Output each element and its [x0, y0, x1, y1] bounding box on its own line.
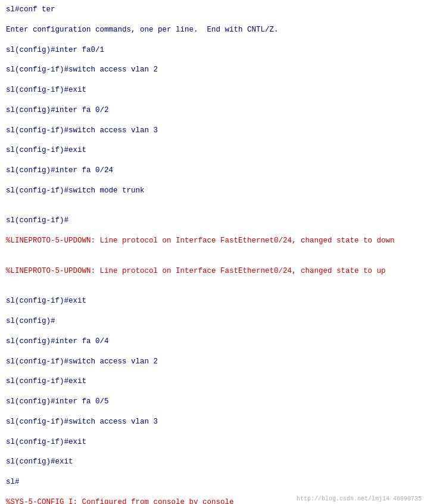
terminal-line: sl(config-if)#exit	[6, 377, 418, 387]
terminal-line: sl(config-if)#exit	[6, 85, 418, 95]
terminal-line: sl(config-if)#exit	[6, 296, 418, 306]
terminal-line: %LINEPROTO-5-UPDOWN: Line protocol on In…	[6, 236, 418, 246]
terminal-line: sl(config)#exit	[6, 457, 418, 467]
terminal-line: sl(config)#	[6, 316, 418, 326]
terminal-line: sl(config-if)#switch access vlan 2	[6, 65, 418, 75]
terminal-line: sl#	[6, 477, 418, 487]
terminal-line: sl#conf ter	[6, 5, 418, 15]
terminal-line: %LINEPROTO-5-UPDOWN: Line protocol on In…	[6, 266, 418, 276]
terminal-line: sl(config-if)#switch access vlan 2	[6, 357, 418, 367]
watermark: http://blog.csdn.net/lmj14 46090735	[297, 495, 422, 503]
terminal-line: sl(config)#inter fa 0/4	[6, 337, 418, 347]
terminal-line: sl(config-if)#exit	[6, 437, 418, 447]
terminal-line: sl(config-if)#exit	[6, 145, 418, 155]
terminal-line: sl(config)#inter fa0/1	[6, 45, 418, 55]
terminal-output: sl#conf terEnter configuration commands,…	[6, 5, 418, 504]
terminal-line: sl(config)#inter fa 0/24	[6, 166, 418, 176]
terminal-line: sl(config-if)#switch access vlan 3	[6, 417, 418, 427]
terminal-line: sl(config-if)#	[6, 216, 418, 226]
terminal-line: sl(config)#inter fa 0/5	[6, 397, 418, 407]
terminal-line: sl(config-if)#switch mode trunk	[6, 186, 418, 196]
terminal-line: sl(config)#inter fa 0/2	[6, 105, 418, 116]
terminal-line: Enter configuration commands, one per li…	[6, 25, 418, 35]
terminal-line: sl(config-if)#switch access vlan 3	[6, 126, 418, 136]
